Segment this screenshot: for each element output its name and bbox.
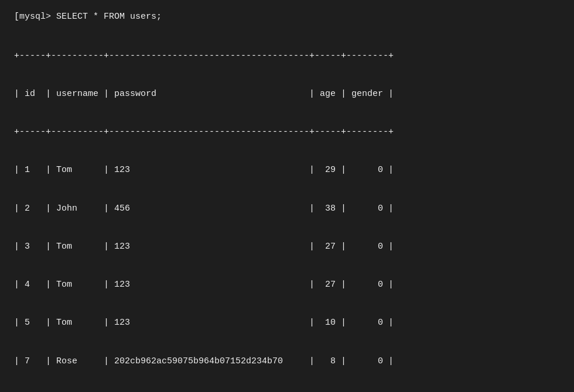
query1-row-2: | 2 | John | 456 | 38 | 0 |: [14, 202, 560, 215]
query1-row-4: | 4 | Tom | 123 | 27 | 0 |: [14, 278, 560, 291]
query1-command: [mysql> SELECT * FROM users;: [14, 12, 560, 22]
query1-block: [mysql> SELECT * FROM users; +-----+----…: [14, 12, 560, 392]
query1-sep-top: +-----+----------+----------------------…: [14, 50, 560, 63]
query1-sep-mid: +-----+----------+----------------------…: [14, 126, 560, 139]
query1-header: | id | username | password | age | gende…: [14, 88, 560, 101]
query1-table: +-----+----------+----------------------…: [14, 24, 560, 392]
query1-row-1: | 1 | Tom | 123 | 29 | 0 |: [14, 164, 560, 177]
query1-row-3: | 3 | Tom | 123 | 27 | 0 |: [14, 240, 560, 253]
query1-row-5: | 5 | Tom | 123 | 10 | 0 |: [14, 317, 560, 329]
query1-row-6: | 7 | Rose | 202cb962ac59075b964b07152d2…: [14, 355, 560, 368]
